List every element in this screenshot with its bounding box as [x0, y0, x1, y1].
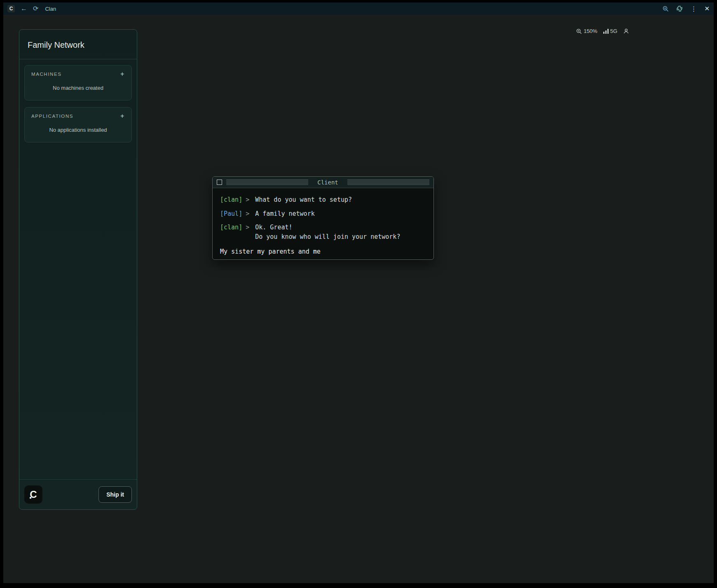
applications-header: APPLICATIONS	[31, 114, 73, 119]
app-favicon: C	[7, 5, 15, 12]
extensions-puzzle-icon[interactable]	[676, 5, 683, 12]
clan-logo: C	[24, 485, 42, 504]
speaker-label: [clan]	[220, 223, 242, 241]
signal-bars-icon	[603, 29, 609, 34]
prompt-char: >	[246, 223, 249, 241]
machines-empty-text: No machines created	[25, 81, 131, 100]
applications-empty-text: No applications installed	[25, 123, 131, 142]
applications-card: APPLICATIONS + No applications installed	[24, 107, 132, 142]
machines-card: MACHINES + No machines created	[24, 65, 132, 100]
prompt-char: >	[246, 195, 249, 205]
client-chat: [clan] > What do you want to setup? [Pau…	[213, 188, 433, 260]
add-application-button[interactable]: +	[120, 113, 125, 119]
speaker-label: [Paul]	[220, 209, 242, 219]
client-window: Client [clan] > What do you want to setu…	[212, 176, 434, 260]
close-box-icon[interactable]	[217, 180, 222, 185]
back-icon[interactable]: ←	[21, 5, 27, 12]
page-title: Clan	[45, 6, 56, 12]
message-text: Do you know who will join your network?	[255, 232, 400, 242]
profile-icon[interactable]	[623, 28, 629, 34]
message-text: A family network	[255, 209, 315, 219]
message-text: What do you want to setup?	[255, 195, 352, 205]
machines-header: MACHINES	[31, 72, 62, 77]
ship-it-button[interactable]: Ship it	[98, 486, 132, 503]
prompt-char: >	[246, 209, 249, 219]
network-indicator: 5G	[603, 28, 617, 34]
app-canvas: 150% 5G Family Network MACHINES + No mac…	[3, 15, 714, 583]
window-close-icon[interactable]: ✕	[704, 5, 710, 12]
menu-kebab-icon[interactable]: ⋮	[690, 5, 697, 13]
client-window-title: Client	[312, 179, 343, 186]
client-titlebar[interactable]: Client	[213, 177, 433, 188]
sidebar-title: Family Network	[19, 30, 137, 59]
add-machine-button[interactable]: +	[120, 71, 125, 77]
refresh-icon[interactable]: ⟳	[33, 5, 38, 12]
speaker-label: [clan]	[220, 195, 242, 205]
zoom-indicator[interactable]: 150%	[576, 28, 597, 34]
browser-titlebar: C ← ⟳ Clan ⋮ ✕	[3, 2, 714, 15]
sidebar-spacer	[19, 149, 137, 479]
message-text: Ok. Great!	[255, 223, 400, 232]
chat-input[interactable]: My sister my parents and me	[220, 248, 426, 255]
sidebar-footer: C Ship it	[19, 479, 137, 509]
titlebar-lines-right	[347, 180, 429, 185]
titlebar-lines-left	[226, 180, 308, 185]
chat-message: [clan] > Ok. Great! Do you know who will…	[220, 223, 426, 241]
status-indicators: 150% 5G	[576, 28, 629, 34]
sidebar: Family Network MACHINES + No machines cr…	[19, 29, 137, 510]
network-label: 5G	[610, 28, 617, 34]
zoom-in-icon[interactable]	[663, 6, 669, 12]
chat-message: [Paul] > A family network	[220, 209, 426, 219]
zoom-level: 150%	[583, 28, 597, 34]
chat-message: [clan] > What do you want to setup?	[220, 195, 426, 205]
